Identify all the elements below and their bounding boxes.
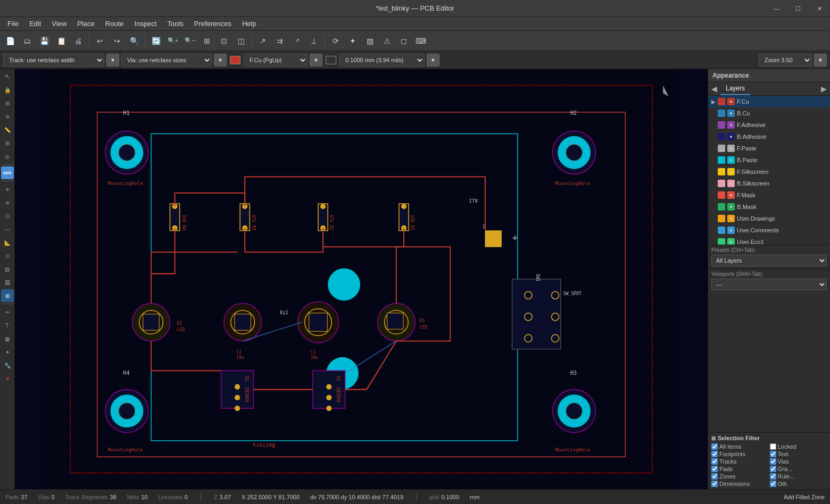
new-button[interactable]: 📄 bbox=[2, 33, 18, 49]
menu-help[interactable]: Help bbox=[237, 19, 262, 29]
layer-vis-fadh[interactable]: ● bbox=[727, 121, 735, 129]
lt-cursor-cross[interactable]: ✛ bbox=[1, 183, 14, 196]
layer-item-bmask[interactable]: ● B.Mask bbox=[708, 201, 830, 213]
layer-item-fcu[interactable]: ▶ ● F.Cu bbox=[708, 96, 830, 107]
lt-grid[interactable]: ⊞ bbox=[1, 137, 14, 149]
lt-snap[interactable]: ✦ bbox=[1, 346, 14, 358]
redo-button[interactable]: ↪ bbox=[109, 33, 125, 49]
lt-mm-units[interactable]: mm bbox=[1, 166, 14, 179]
layer-item-ucomm[interactable]: ● User.Comments bbox=[708, 224, 830, 236]
layer-item-fadh[interactable]: ● F.Adhesive bbox=[708, 119, 830, 131]
drc-button[interactable]: ⚠ bbox=[379, 33, 395, 49]
zoom-expand-btn[interactable]: ▼ bbox=[814, 54, 827, 66]
sf-cb-text[interactable] bbox=[770, 451, 776, 457]
pcb-canvas-area[interactable]: MountingHole H1 MountingHole H2 Mounting… bbox=[15, 69, 708, 489]
lt-pcb[interactable]: ⊞ bbox=[1, 289, 14, 302]
layer-item-badh[interactable]: ● B.Adhesive bbox=[708, 131, 830, 142]
sf-cb-vias[interactable] bbox=[770, 458, 776, 465]
highlight-net-button[interactable]: ✦ bbox=[345, 33, 361, 49]
lt-zone[interactable]: ▨ bbox=[1, 263, 14, 275]
track-expand-btn[interactable]: ▼ bbox=[106, 54, 119, 66]
lt-select-tool[interactable]: ↖ bbox=[1, 70, 14, 83]
menu-inspect[interactable]: Inspect bbox=[129, 19, 162, 29]
sf-cb-graphics[interactable] bbox=[770, 466, 776, 472]
lt-ratsnest[interactable]: ≋ bbox=[1, 110, 14, 123]
layer-item-udraw[interactable]: ● User.Drawings bbox=[708, 213, 830, 224]
lt-net-inspector[interactable]: ⊞ bbox=[1, 97, 14, 110]
menu-file[interactable]: File bbox=[2, 19, 24, 29]
lt-copper-fill[interactable]: ⊡ bbox=[1, 209, 14, 222]
layer-vis-udraw[interactable]: ● bbox=[727, 215, 735, 222]
sf-cb-pads[interactable] bbox=[711, 466, 718, 472]
zoom-fit2-button[interactable]: ⊡ bbox=[216, 33, 232, 49]
lt-net-hl[interactable]: ≋ bbox=[1, 196, 14, 209]
zoom-fit-button[interactable]: ⊞ bbox=[199, 33, 215, 49]
layer-select[interactable]: F.Cu (PgUp) bbox=[244, 54, 308, 66]
close-button[interactable]: ✕ bbox=[809, 0, 830, 17]
presets-select[interactable]: All Layers bbox=[711, 255, 827, 266]
layer-vis-bsilk[interactable]: ● bbox=[727, 180, 735, 187]
menu-route[interactable]: Route bbox=[100, 19, 129, 29]
layer-vis-ueco1[interactable]: ● bbox=[727, 238, 735, 245]
layers-nav-next[interactable]: ▶ bbox=[818, 83, 830, 94]
layer-item-fsilk[interactable]: ● F.Silkscreen bbox=[708, 166, 830, 178]
layer-item-bpaste[interactable]: ● B.Paste bbox=[708, 154, 830, 166]
layer-vis-ucomm[interactable]: ● bbox=[727, 226, 735, 234]
layer-item-fmask[interactable]: ● F.Mask bbox=[708, 189, 830, 201]
lt-measure[interactable]: 📐 bbox=[1, 236, 14, 249]
via-size-select[interactable]: Via: use netclass sizes bbox=[121, 54, 212, 66]
update-pcb-button[interactable]: ⟳ bbox=[328, 33, 344, 49]
via-expand-btn[interactable]: ▼ bbox=[214, 54, 227, 66]
save-copy-button[interactable]: 📋 bbox=[53, 33, 69, 49]
layer-item-ueco1[interactable]: ● User.Eco1 bbox=[708, 236, 830, 245]
layer-vis-bcu[interactable]: ● bbox=[727, 110, 735, 117]
layer-item-fpaste[interactable]: ● F.Paste bbox=[708, 142, 830, 154]
tab-layers[interactable]: Layers bbox=[720, 82, 750, 95]
layer-vis-badh[interactable]: ● bbox=[727, 133, 735, 140]
save-button[interactable]: 💾 bbox=[36, 33, 52, 49]
maximize-button[interactable]: ☐ bbox=[787, 0, 809, 17]
lt-track[interactable]: — bbox=[1, 223, 14, 236]
layer-vis-fsilk[interactable]: ● bbox=[727, 168, 735, 175]
route-diff-button[interactable]: ⇉ bbox=[272, 33, 288, 49]
sf-cb-zones[interactable] bbox=[711, 473, 718, 480]
zoom-area-button[interactable]: ◫ bbox=[233, 33, 249, 49]
3d-viewer-button[interactable]: ◻ bbox=[396, 33, 412, 49]
menu-view[interactable]: View bbox=[46, 19, 72, 29]
lt-delete[interactable]: ✕ bbox=[1, 372, 14, 385]
viewports-select[interactable]: --- bbox=[711, 279, 827, 290]
fill-zones-button[interactable]: ▨ bbox=[362, 33, 378, 49]
zoom-in-button[interactable]: 🔍+ bbox=[165, 33, 181, 49]
sf-cb-footprints[interactable] bbox=[711, 451, 718, 457]
layer-vis-bpaste[interactable]: ● bbox=[727, 156, 735, 164]
layer-item-bsilk[interactable]: ● B.Silkscreen bbox=[708, 178, 830, 189]
lt-fab[interactable]: 🔧 bbox=[1, 359, 14, 372]
lt-lock-tool[interactable]: 🔒 bbox=[1, 83, 14, 96]
route-45-button[interactable]: ↗ bbox=[289, 33, 305, 49]
sf-cb-all-items[interactable] bbox=[711, 443, 718, 450]
menu-preferences[interactable]: Preferences bbox=[189, 19, 237, 29]
layer-item-bcu[interactable]: ● B.Cu bbox=[708, 107, 830, 119]
lt-pad[interactable]: ⊙ bbox=[1, 249, 14, 262]
grid-select[interactable]: 0.1000 mm (3.94 mils) bbox=[339, 54, 425, 66]
menu-edit[interactable]: Edit bbox=[24, 19, 46, 29]
layer-vis-fmask[interactable]: ● bbox=[727, 191, 735, 199]
layer-vis-bmask[interactable]: ● bbox=[727, 203, 735, 211]
sf-cb-locked[interactable] bbox=[770, 443, 776, 450]
sf-cb-rule-areas[interactable] bbox=[770, 473, 776, 480]
minimize-button[interactable]: — bbox=[766, 0, 787, 17]
layers-list[interactable]: ▶ ● F.Cu ● B.Cu ● F.Adhesive bbox=[708, 96, 830, 245]
lt-ruler[interactable]: 📏 bbox=[1, 123, 14, 136]
fanout-button[interactable]: ⊥ bbox=[306, 33, 322, 49]
layer-vis-fcu[interactable]: ● bbox=[727, 98, 735, 105]
menu-tools[interactable]: Tools bbox=[162, 19, 188, 29]
search-button[interactable]: 🔍 bbox=[126, 33, 142, 49]
menu-place[interactable]: Place bbox=[72, 19, 100, 29]
grid-expand-btn[interactable]: ▼ bbox=[427, 54, 439, 66]
zoom-select[interactable]: Zoom 3.50 bbox=[759, 54, 812, 66]
sf-cb-tracks[interactable] bbox=[711, 458, 718, 465]
undo-button[interactable]: ↩ bbox=[92, 33, 108, 49]
layer-expand-btn[interactable]: ▼ bbox=[310, 54, 322, 66]
lt-pen[interactable]: ✏ bbox=[1, 306, 14, 318]
route-single-button[interactable]: ↗ bbox=[255, 33, 271, 49]
